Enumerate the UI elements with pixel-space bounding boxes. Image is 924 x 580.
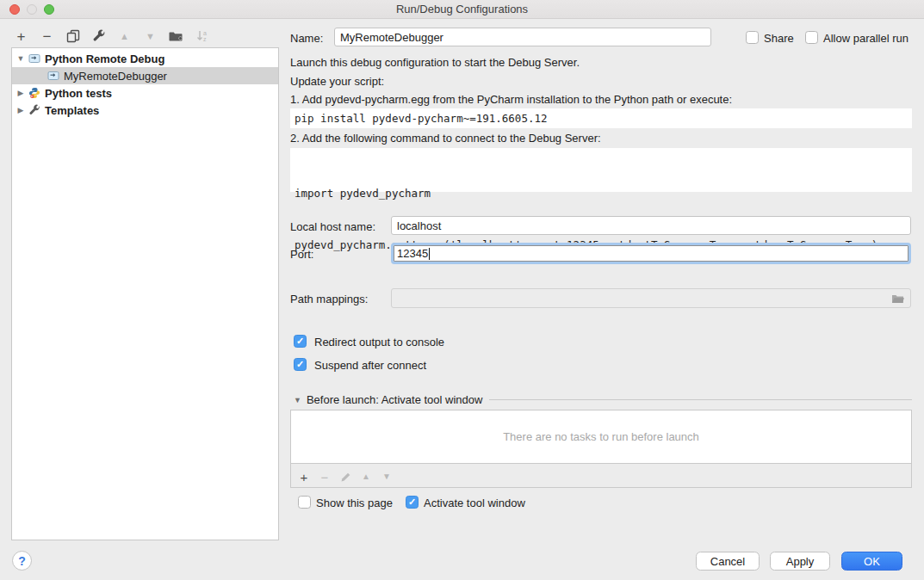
cancel-button[interactable]: Cancel [696, 552, 760, 571]
allow-parallel-run-checkbox[interactable] [805, 31, 818, 44]
python-icon [28, 87, 40, 99]
configurations-tree: ▼ Python Remote Debug MyRemoteDebugger ▶… [11, 47, 279, 540]
sort-configurations-icon[interactable]: az [193, 28, 211, 46]
move-up-icon[interactable]: ▲ [115, 28, 133, 46]
titlebar: Run/Debug Configurations [0, 0, 924, 19]
run-debug-configurations-dialog: Run/Debug Configurations + − ▲ ▼ az ▼ Py… [0, 0, 924, 580]
before-launch-header[interactable]: ▼ Before launch: Activate tool window [294, 393, 912, 406]
name-input[interactable]: MyRemoteDebugger [334, 28, 711, 46]
collapse-section-icon[interactable]: ▼ [294, 396, 301, 404]
section-rule [489, 399, 912, 400]
ok-button[interactable]: OK [841, 552, 902, 571]
new-folder-icon[interactable] [167, 28, 185, 46]
step1-text: 1. Add pydevd-pycharm.egg from the PyCha… [290, 93, 732, 106]
settrace-code: import pydevd_pycharm pydevd_pycharm.set… [290, 148, 912, 192]
port-input[interactable]: 12345 [391, 243, 911, 264]
add-task-button[interactable]: + [297, 469, 311, 484]
empty-task-list-text: There are no tasks to run before launch [503, 430, 699, 443]
run-configuration-icon [47, 70, 59, 82]
before-launch-title: Before launch: Activate tool window [307, 393, 483, 406]
remove-task-button[interactable]: − [318, 469, 332, 484]
window-title: Run/Debug Configurations [0, 3, 924, 15]
svg-text:a: a [203, 30, 207, 36]
redirect-output-checkbox[interactable]: ✓ [294, 335, 307, 348]
help-button[interactable]: ? [12, 551, 32, 571]
edit-task-icon[interactable] [338, 469, 352, 484]
expand-arrow-icon[interactable]: ▶ [16, 89, 25, 97]
pip-install-code: pip install pydevd-pycharm~=191.6605.12 [290, 108, 912, 128]
tree-item-python-tests[interactable]: ▶ Python tests [12, 84, 278, 102]
share-checkbox[interactable] [746, 31, 759, 44]
share-label: Share [764, 32, 794, 45]
before-launch-panel: There are no tasks to run before launch … [290, 410, 912, 488]
before-launch-toolbar: + − ▲ ▼ [297, 466, 394, 488]
tree-item-label: Python Remote Debug [45, 52, 164, 65]
remove-configuration-button[interactable]: − [38, 28, 56, 46]
activate-tool-window-checkbox[interactable]: ✓ [406, 496, 419, 509]
tree-item-label: Templates [45, 104, 99, 117]
local-host-name-input[interactable]: localhost [391, 216, 911, 235]
edit-templates-wrench-icon[interactable] [90, 28, 108, 46]
move-task-up-icon[interactable]: ▲ [359, 469, 373, 484]
text-caret [429, 248, 430, 260]
move-down-icon[interactable]: ▼ [141, 28, 159, 46]
svg-text:z: z [203, 36, 207, 42]
browse-folder-icon[interactable] [891, 293, 905, 307]
copy-configuration-icon[interactable] [64, 28, 82, 46]
tree-item-myremotedebugger[interactable]: MyRemoteDebugger [12, 67, 278, 84]
intro-text: Launch this debug configuration to start… [290, 56, 580, 69]
redirect-output-label: Redirect output to console [314, 336, 444, 349]
settrace-code-line1: import pydevd_pycharm [295, 185, 912, 202]
local-host-name-label: Local host name: [290, 220, 375, 233]
show-this-page-checkbox[interactable] [298, 496, 311, 509]
before-launch-task-list[interactable]: There are no tasks to run before launch [291, 410, 911, 464]
port-label: Port: [290, 248, 313, 261]
configurations-toolbar: + − ▲ ▼ az [12, 26, 211, 46]
show-this-page-label: Show this page [316, 497, 393, 509]
tree-item-label: MyRemoteDebugger [64, 70, 167, 83]
path-mappings-label: Path mappings: [290, 293, 368, 305]
tree-item-label: Python tests [45, 87, 112, 100]
allow-parallel-run-label: Allow parallel run [823, 32, 908, 45]
name-label: Name: [290, 32, 323, 45]
activate-tool-window-label: Activate tool window [424, 497, 525, 509]
suspend-after-connect-label: Suspend after connect [314, 359, 426, 372]
update-script-text: Update your script: [290, 75, 384, 88]
expand-arrow-icon[interactable]: ▶ [16, 106, 25, 114]
apply-button[interactable]: Apply [770, 552, 830, 571]
collapse-arrow-icon[interactable]: ▼ [16, 54, 25, 63]
add-configuration-button[interactable]: + [12, 28, 30, 46]
path-mappings-input[interactable] [391, 288, 911, 308]
wrench-icon [28, 104, 40, 116]
tree-item-python-remote-debug[interactable]: ▼ Python Remote Debug [12, 50, 278, 67]
move-task-down-icon[interactable]: ▼ [380, 469, 394, 484]
step2-text: 2. Add the following command to connect … [290, 132, 601, 145]
run-configuration-icon [28, 52, 40, 65]
suspend-after-connect-checkbox[interactable]: ✓ [294, 358, 307, 371]
tree-item-templates[interactable]: ▶ Templates [12, 102, 278, 119]
